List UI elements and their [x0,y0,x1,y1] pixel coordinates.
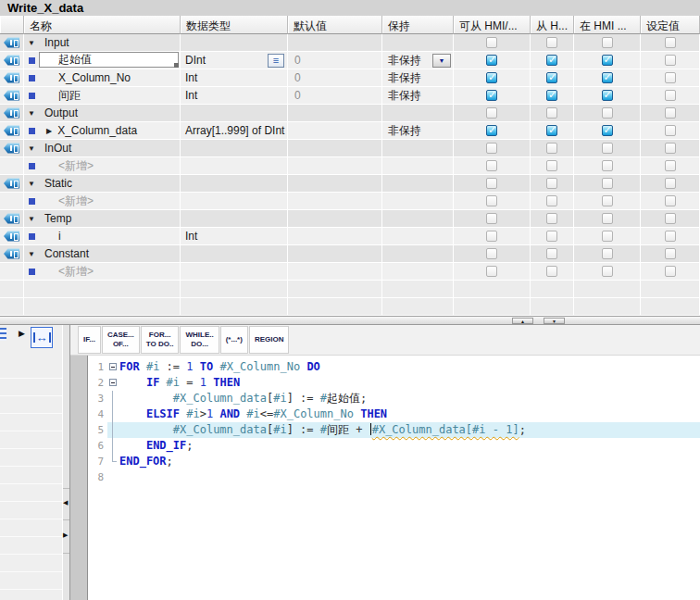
hmi-visible-checkbox[interactable] [602,231,613,242]
table-cell[interactable] [382,175,454,193]
table-cell[interactable] [382,34,454,52]
table-cell[interactable] [641,245,700,263]
table-cell[interactable]: ▼Temp [24,210,181,228]
hmi-writable-checkbox[interactable] [546,178,557,189]
table-cell[interactable] [531,263,574,281]
splitter-down-button[interactable]: ▼ [544,318,565,324]
collapse-triangle-icon[interactable]: ▼ [24,109,39,118]
data-type-value[interactable]: DInt [185,54,206,67]
table-cell[interactable]: i [24,228,181,245]
column-header[interactable]: 默认值 [288,16,382,34]
table-cell[interactable] [531,245,574,263]
table-cell[interactable] [0,245,24,263]
table-cell[interactable]: 起始值 [24,52,181,69]
table-cell[interactable] [288,34,382,52]
table-cell[interactable] [382,210,454,228]
table-cell[interactable] [454,228,531,245]
code-line[interactable]: 4 ELSIF #i>1 AND #i<=#X_Column_No THEN [88,406,700,422]
table-row[interactable]: <新增> [0,263,700,281]
hmi-visible-checkbox[interactable] [602,266,613,277]
row-name[interactable]: Constant [39,247,89,260]
code-line[interactable]: 6 END_IF; [88,438,700,454]
fold-collapse-icon[interactable] [109,379,117,386]
table-cell[interactable] [382,157,454,175]
table-cell[interactable] [0,69,24,87]
table-cell[interactable] [0,210,24,228]
table-cell[interactable] [288,228,382,245]
table-cell[interactable] [531,228,574,245]
table-cell[interactable] [641,210,700,228]
collapse-triangle-icon[interactable]: ▼ [24,215,39,223]
table-cell[interactable] [641,175,700,193]
table-cell[interactable] [382,263,454,281]
table-cell[interactable] [382,298,454,316]
collapse-triangle-icon[interactable]: ▼ [24,180,39,188]
snippet-button[interactable]: WHILE..DO... [180,326,219,354]
hmi-writable-checkbox[interactable] [546,37,557,48]
hmi-visible-checkbox[interactable] [602,178,613,189]
table-cell[interactable] [454,87,531,105]
fold-gutter[interactable] [107,375,119,391]
table-cell[interactable] [641,140,700,157]
setpoint-checkbox[interactable] [665,72,676,83]
table-cell[interactable] [454,175,531,193]
row-name[interactable]: Output [39,106,78,119]
default-value[interactable]: 0 [294,89,301,102]
hmi-visible-checkbox[interactable] [602,90,613,101]
setpoint-checkbox[interactable] [665,195,676,206]
table-cell[interactable] [0,87,24,105]
code-line[interactable]: 2 IF #i = 1 THEN [88,375,700,391]
table-cell[interactable] [641,193,700,210]
row-name[interactable]: <新增> [39,158,94,174]
column-header[interactable]: 在 HMI ... [574,16,641,34]
table-cell[interactable] [382,140,454,157]
hmi-visible-checkbox[interactable] [602,143,613,154]
table-cell[interactable] [24,298,181,316]
hmi-accessible-checkbox[interactable] [486,248,497,259]
table-cell[interactable] [454,281,531,298]
hmi-accessible-checkbox[interactable] [486,55,497,66]
table-cell[interactable] [454,105,531,122]
table-cell[interactable] [574,140,641,157]
setpoint-checkbox[interactable] [665,37,676,48]
collapse-triangle-icon[interactable]: ▼ [24,39,39,47]
table-cell[interactable]: 间距 [24,87,181,105]
table-cell[interactable] [531,210,574,228]
table-cell[interactable] [531,122,574,140]
retain-value[interactable]: 非保持 [388,53,421,69]
table-cell[interactable]: ▼Output [24,105,181,122]
split-view-button[interactable]: ↔ [31,327,53,348]
horizontal-splitter[interactable]: ▲ ▼ [0,316,700,325]
data-type-value[interactable]: Int [185,89,197,102]
hmi-writable-checkbox[interactable] [546,90,557,101]
table-cell[interactable]: 0 [288,69,382,87]
row-name[interactable]: X_Column_No [39,71,131,84]
table-cell[interactable]: <新增> [24,263,181,281]
table-row[interactable]: ▼InOut [0,140,700,157]
table-cell[interactable] [531,157,574,175]
setpoint-checkbox[interactable] [665,160,676,171]
table-cell[interactable] [288,281,382,298]
table-row[interactable]: ▼Input [0,34,700,52]
setpoint-checkbox[interactable] [665,90,676,101]
hmi-accessible-checkbox[interactable] [486,266,497,277]
hmi-writable-checkbox[interactable] [546,72,557,83]
table-cell[interactable] [454,210,531,228]
table-cell[interactable] [574,263,641,281]
hmi-accessible-checkbox[interactable] [486,37,497,48]
table-cell[interactable] [0,281,24,298]
vertical-splitter[interactable]: ◀ ▶ [62,325,70,600]
fold-gutter[interactable] [107,359,119,375]
table-cell[interactable] [531,193,574,210]
row-name[interactable]: 间距 [39,88,81,104]
hmi-accessible-checkbox[interactable] [486,195,497,206]
table-cell[interactable]: 非保持 [382,122,454,140]
retain-dropdown-button[interactable]: ▼ [432,54,451,68]
snippet-button[interactable]: (*...*) [220,326,248,354]
table-row[interactable]: ▶X_Column_dataArray[1..999] of DInt非保持 [0,122,700,140]
table-cell[interactable] [181,175,288,193]
table-cell[interactable] [641,298,700,316]
table-cell[interactable]: <新增> [24,157,181,175]
table-row[interactable]: ▼Static [0,175,700,193]
table-cell[interactable] [181,34,288,52]
